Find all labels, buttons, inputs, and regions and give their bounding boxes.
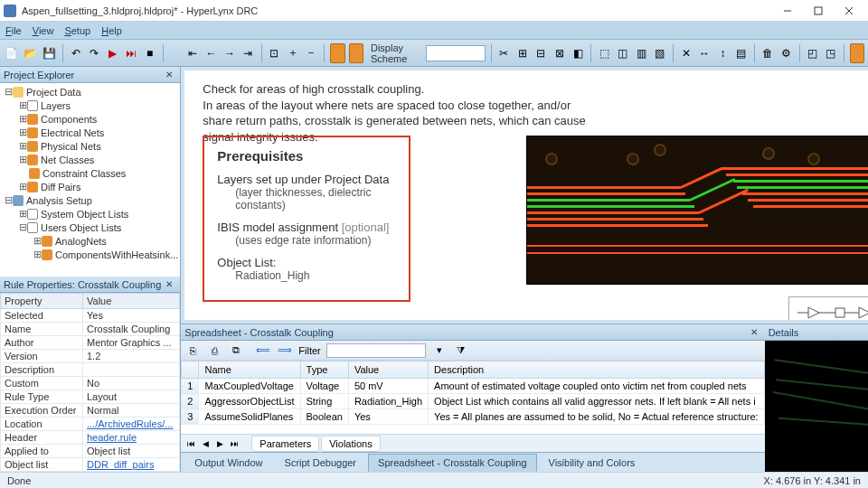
tool-a-icon[interactable]: ✂ [496, 43, 511, 63]
prop-value[interactable]: Yes [83, 309, 180, 323]
next-icon[interactable]: ▶ [213, 437, 226, 450]
close-panel-icon[interactable]: ✕ [165, 279, 176, 290]
tree-diff-pairs[interactable]: Diff Pairs [41, 182, 80, 192]
close-panel-icon[interactable]: ✕ [165, 70, 176, 80]
minimize-button[interactable] [772, 1, 803, 21]
tool-i-icon[interactable]: ▧ [652, 43, 666, 63]
undo-icon[interactable]: ↶ [69, 43, 83, 63]
prop-value-link[interactable]: .../ArchivedRules/... [83, 418, 180, 431]
nav-first-icon[interactable]: ⇤ [185, 43, 200, 63]
nav-last-icon[interactable]: ⇥ [241, 43, 255, 63]
tree-net-classes[interactable]: Net Classes [41, 155, 94, 165]
tool-e-icon[interactable]: ◧ [571, 43, 585, 63]
export-icon[interactable]: ⎘ [184, 343, 201, 359]
redo-icon[interactable]: ↷ [87, 43, 101, 63]
highlight-a-icon[interactable] [330, 43, 344, 63]
prop-value[interactable]: Mentor Graphics ... [83, 336, 180, 350]
prop-value[interactable]: Normal [83, 404, 180, 418]
filter-icon[interactable]: ▾ [431, 343, 448, 359]
tool-b-icon[interactable]: ⊞ [515, 43, 530, 63]
nav-next-icon[interactable]: → [222, 43, 237, 63]
print-icon[interactable]: ⎙ [206, 343, 222, 359]
rule-properties-grid[interactable]: PropertyValue SelectedYes NameCrosstalk … [0, 293, 180, 472]
tree-analog-nets[interactable]: AnalogNets [55, 236, 107, 247]
last-icon[interactable]: ⏭ [228, 437, 241, 450]
display-scheme-dropdown[interactable] [426, 45, 485, 61]
tab-visibility-colors[interactable]: Visibility and Colors [539, 454, 646, 472]
tree-physical-nets[interactable]: Physical Nets [41, 141, 101, 152]
tab-spreadsheet[interactable]: Spreadsheet - Crosstalk Coupling [368, 454, 536, 472]
delete-icon[interactable]: 🗑 [760, 43, 775, 63]
settings-icon[interactable]: ⚙ [778, 43, 793, 63]
maximize-button[interactable] [803, 1, 834, 21]
first-icon[interactable]: ⏮ [184, 437, 197, 450]
filter-input[interactable] [326, 343, 426, 358]
project-explorer-tree[interactable]: ⊟Project Data ⊞Layers ⊞Components ⊞Elect… [0, 83, 180, 277]
tool-c-icon[interactable]: ⊟ [533, 43, 548, 63]
tool-g-icon[interactable]: ◫ [615, 43, 629, 63]
tree-components-heatsink[interactable]: ComponentsWithHeatsink... [55, 249, 178, 260]
tab-output-window[interactable]: Output Window [184, 454, 272, 472]
tree-components[interactable]: Components [41, 114, 97, 125]
menu-help[interactable]: Help [101, 25, 122, 36]
layer-icon[interactable]: ▤ [734, 43, 749, 63]
tree-users-obj-lists[interactable]: Users Object Lists [41, 222, 121, 233]
close-button[interactable] [834, 1, 864, 21]
tab-parameters[interactable]: Parameters [251, 436, 319, 452]
tree-layers[interactable]: Layers [41, 100, 71, 111]
play-icon[interactable]: ▶ [106, 43, 120, 63]
tree-constraint-classes[interactable]: Constraint Classes [42, 168, 126, 179]
tree-analysis-setup[interactable]: Analysis Setup [26, 195, 92, 206]
menu-setup[interactable]: Setup [64, 25, 90, 36]
nav-prev-icon[interactable]: ← [203, 43, 218, 63]
prev-icon[interactable]: ◀ [199, 437, 212, 450]
table-row[interactable]: 1 MaxCoupledVoltageVoltage50 mVAmount of… [182, 379, 764, 394]
close-panel-icon[interactable]: ✕ [750, 327, 761, 338]
highlight-b-icon[interactable] [349, 43, 363, 63]
tool-h-icon[interactable]: ▥ [634, 43, 648, 63]
zoom-in-icon[interactable]: ＋ [286, 43, 300, 63]
new-icon[interactable]: 📄 [4, 43, 19, 63]
copy-icon[interactable]: ⧉ [228, 343, 244, 359]
highlight-c-icon[interactable] [850, 43, 864, 63]
details-canvas[interactable] [765, 341, 868, 472]
playall-icon[interactable]: ⏭ [124, 43, 138, 63]
tree-electrical-nets[interactable]: Electrical Nets [41, 127, 104, 138]
tool-f-icon[interactable]: ⬚ [597, 43, 611, 63]
col-name[interactable]: Name [199, 361, 300, 379]
col-description[interactable]: Description [429, 361, 765, 379]
ruler-h-icon[interactable]: ↔ [697, 43, 712, 63]
col-value[interactable]: Value [348, 361, 428, 379]
align-l-icon[interactable]: ◰ [805, 43, 819, 63]
next-icon[interactable]: ⟹ [277, 343, 293, 359]
ruler-v-icon[interactable]: ↕ [715, 43, 730, 63]
prop-value[interactable] [83, 363, 180, 377]
measure-icon[interactable]: ✕ [678, 43, 693, 63]
prop-value-link[interactable]: DDR_diff_pairs [83, 458, 180, 472]
table-row[interactable]: 2 AggressorObjectListStringRadiation_Hig… [182, 394, 764, 409]
funnel-icon[interactable]: ⧩ [453, 343, 469, 359]
tab-violations[interactable]: Violations [321, 436, 381, 452]
prev-icon[interactable]: ⟸ [255, 343, 271, 359]
tool-d-icon[interactable]: ⊠ [552, 43, 567, 63]
tree-project-data[interactable]: Project Data [26, 87, 81, 98]
prop-value[interactable]: No [83, 377, 180, 390]
align-r-icon[interactable]: ◳ [824, 43, 838, 63]
prop-value[interactable]: Crosstalk Coupling [83, 323, 180, 336]
tab-script-debugger[interactable]: Script Debugger [275, 454, 367, 472]
open-icon[interactable]: 📂 [23, 43, 38, 63]
col-type[interactable]: Type [300, 361, 348, 379]
zoom-out-icon[interactable]: － [304, 43, 318, 63]
prop-value[interactable]: Layout [83, 390, 180, 404]
prop-value[interactable]: Object list [83, 445, 180, 458]
prop-value-link[interactable]: header.rule [83, 431, 180, 445]
spreadsheet-grid[interactable]: Name Type Value Description 1 MaxCoupled… [181, 361, 764, 434]
tree-system-obj-lists[interactable]: System Object Lists [41, 209, 128, 220]
save-icon[interactable]: 💾 [42, 43, 57, 63]
table-row[interactable]: 3 AssumeSolidPlanesBooleanYesYes = All p… [182, 409, 764, 425]
prop-value[interactable]: 1.2 [83, 350, 180, 363]
menu-view[interactable]: View [33, 25, 54, 36]
stop-icon[interactable]: ■ [142, 43, 156, 63]
zoom-fit-icon[interactable]: ⊡ [267, 43, 281, 63]
menu-file[interactable]: File [5, 25, 22, 36]
